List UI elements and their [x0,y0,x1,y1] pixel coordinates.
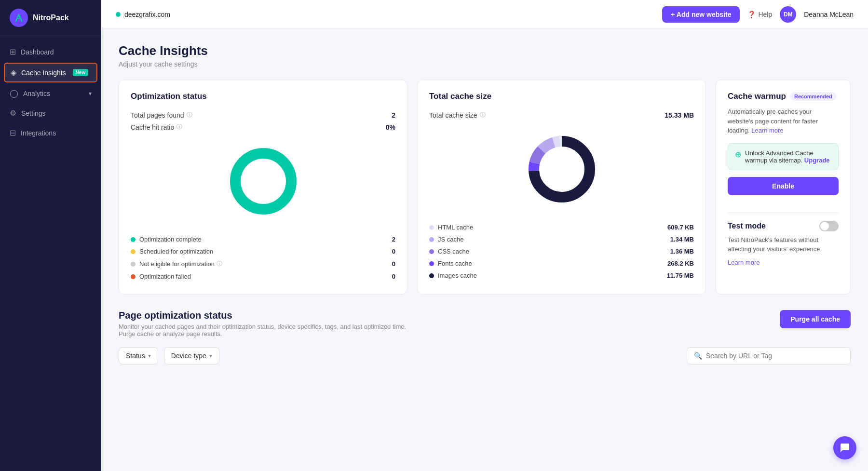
svg-point-2 [235,153,291,209]
nitropack-logo-icon [10,9,28,27]
sidebar-item-label: Dashboard [21,48,54,56]
legend-dot-html [429,225,434,230]
integrations-icon: ⊟ [10,128,16,137]
legend-label-not-eligible: Not eligible for optimization [139,260,215,268]
warmup-title: Cache warmup [728,92,786,101]
purge-all-cache-button[interactable]: Purge all cache [780,310,851,328]
legend-label-images: Images cache [438,272,477,279]
cache-size-donut-chart [523,131,600,208]
status-filter-dropdown[interactable]: Status ▾ [119,347,158,364]
legend-val-complete: 2 [392,236,395,243]
svg-point-0 [10,9,28,27]
legend-dot-css [429,249,434,254]
legend-dot-complete [131,237,136,242]
search-box: 🔍 [687,347,851,364]
legend-dot-fonts [429,261,434,266]
upgrade-circle-icon: ⊕ [735,150,741,159]
legend-val-js: 1.34 MB [670,236,694,243]
legend-label-js: JS cache [438,236,463,243]
total-cache-value: 15.33 MB [665,111,694,119]
logo-text: NitroPack [33,13,69,22]
legend-item: Fonts cache 268.2 KB [429,257,694,269]
add-website-button[interactable]: + Add new website [662,6,740,23]
search-icon: 🔍 [694,352,702,360]
new-badge: New [73,69,89,76]
search-input[interactable] [706,352,843,360]
sidebar-item-analytics[interactable]: ◯ Analytics ▾ [0,83,101,103]
sidebar-item-cache-insights[interactable]: ◈ Cache Insights New [4,63,97,82]
legend-item: JS cache 1.34 MB [429,233,694,245]
optimization-donut-container [131,133,395,229]
total-pages-row: Total pages found ⓘ 2 [131,109,395,121]
test-mode-learn-more-link[interactable]: Learn more [728,259,760,266]
legend-val-scheduled: 0 [392,248,395,255]
sidebar: NitroPack ⊞ Dashboard ◈ Cache Insights N… [0,0,101,471]
legend-label-failed: Optimization failed [139,273,191,280]
legend-item: Scheduled for optimization 0 [131,245,395,257]
filters-bar: Status ▾ Device type ▾ 🔍 [119,347,851,364]
page-title: Cache Insights [119,43,851,58]
cache-size-legend: HTML cache 609.7 KB JS cache 1.34 MB [429,221,694,282]
device-type-filter-label: Device type [171,352,206,360]
legend-val-html: 609.7 KB [667,224,694,231]
optimization-status-card: Optimization status Total pages found ⓘ … [119,80,407,295]
legend-dot-js [429,237,434,242]
legend-label-complete: Optimization complete [139,236,202,243]
legend-label-css: CSS cache [438,248,469,255]
total-pages-info-icon[interactable]: ⓘ [187,111,192,119]
main-content: Cache Insights Adjust your cache setting… [101,29,868,471]
sidebar-item-label: Analytics [23,90,50,97]
legend-label-scheduled: Scheduled for optimization [139,248,213,255]
top-header: deezgrafix.com + Add new website ❓ Help … [101,0,868,29]
legend-item: Not eligible for optimization ⓘ 0 [131,257,395,270]
not-eligible-info-icon[interactable]: ⓘ [217,260,222,268]
cache-hit-row: Cache hit ratio ⓘ 0% [131,121,395,133]
page-optimization-section-header: Page optimization status Monitor your ca… [119,310,851,337]
cache-hit-info-icon[interactable]: ⓘ [176,123,182,131]
legend-dot-failed [131,274,136,279]
legend-val-fonts: 268.2 KB [667,260,694,267]
sidebar-item-dashboard[interactable]: ⊞ Dashboard [0,42,101,62]
card-divider [728,213,839,213]
status-chevron-icon: ▾ [148,352,151,359]
total-cache-row: Total cache size ⓘ 15.33 MB [429,109,694,121]
legend-item: CSS cache 1.36 MB [429,245,694,257]
user-name: Deanna McLean [804,11,854,18]
device-type-filter-dropdown[interactable]: Device type ▾ [164,347,219,364]
sidebar-item-settings[interactable]: ⚙ Settings [0,103,101,123]
legend-val-failed: 0 [392,273,395,280]
total-pages-value: 2 [392,111,395,119]
help-circle-icon: ❓ [747,11,756,18]
test-mode-description: Test NitroPack's features without affect… [728,235,839,254]
status-filter-label: Status [126,352,145,360]
section-subtitle: Monitor your cached pages and their opti… [119,323,406,337]
site-indicator: deezgrafix.com [116,11,170,18]
chevron-down-icon: ▾ [89,90,92,97]
cache-size-card: Total cache size Total cache size ⓘ 15.3… [417,80,706,295]
chat-icon [840,443,850,453]
total-pages-label: Total pages found ⓘ [131,111,192,119]
cache-insights-icon: ◈ [11,68,16,77]
help-label: Help [758,11,772,18]
user-avatar: DM [780,6,796,23]
warmup-upgrade-text: Unlock Advanced Cache warmup via sitemap… [745,149,814,164]
page-subtitle: Adjust your cache settings [119,60,851,68]
chat-bubble-button[interactable] [833,436,856,459]
cards-row: Optimization status Total pages found ⓘ … [119,80,851,295]
sidebar-item-label: Settings [21,109,46,117]
device-type-chevron-icon: ▾ [209,352,212,359]
site-status-dot [116,12,121,17]
test-mode-toggle[interactable] [819,221,839,231]
help-button[interactable]: ❓ Help [747,11,772,18]
sidebar-item-integrations[interactable]: ⊟ Integrations [0,123,101,143]
legend-dot-not-eligible [131,262,136,267]
section-title: Page optimization status [119,310,406,321]
cache-size-info-icon[interactable]: ⓘ [480,111,486,119]
warmup-learn-more-link[interactable]: Learn more [751,127,783,134]
cache-hit-label: Cache hit ratio ⓘ [131,123,182,131]
enable-button[interactable]: Enable [728,177,839,195]
recommended-badge: Recommended [790,92,837,101]
upgrade-link[interactable]: Upgrade [804,157,830,164]
cache-warmup-card: Cache warmup Recommended Automatically p… [716,80,851,295]
optimization-card-title: Optimization status [131,92,395,101]
